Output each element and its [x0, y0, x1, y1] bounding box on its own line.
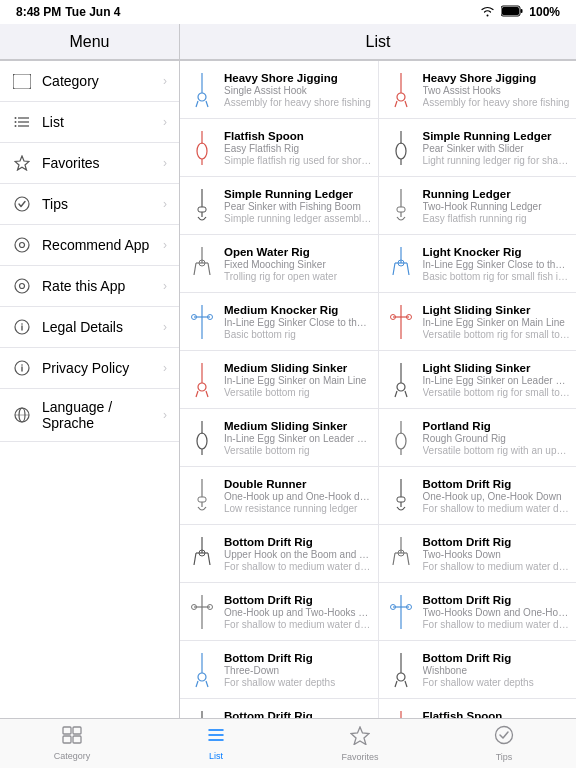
item-subtitle: One-Hook up, One-Hook Down — [423, 491, 571, 502]
sidebar-item-privacy[interactable]: Privacy Policy › — [0, 348, 179, 389]
item-subtitle: Wishbone — [423, 665, 571, 676]
rig-image — [186, 302, 218, 342]
svg-rect-105 — [397, 497, 405, 502]
list-item[interactable]: Simple Running Ledger Pear Sinker with F… — [180, 177, 378, 235]
list-item[interactable]: Flatfish Spoon Easy Flatfish Rig Simple … — [180, 119, 378, 177]
tab-list[interactable]: List — [144, 719, 288, 768]
svg-rect-86 — [397, 207, 405, 212]
wifi-icon — [480, 5, 495, 20]
rig-image — [186, 244, 218, 284]
item-subtitle: Two-Hooks Down and One-Hook up or — [423, 607, 571, 618]
svg-point-26 — [198, 93, 206, 101]
svg-line-65 — [196, 681, 198, 687]
list-item[interactable]: Bottom Drift Rig One-Hook up and Two-Hoo… — [180, 583, 378, 641]
item-subtitle: Pear Sinker with Fishing Boom — [224, 201, 372, 212]
chevron-icon-recommend: › — [163, 238, 167, 252]
svg-point-8 — [15, 121, 17, 123]
svg-line-91 — [407, 263, 409, 275]
sidebar-item-tips[interactable]: Tips › — [0, 184, 179, 225]
item-desc: For shallow water depths — [423, 677, 571, 688]
tips-icon — [12, 194, 32, 214]
list-item[interactable]: Medium Sliding Sinker In-Line Egg Sinker… — [180, 409, 378, 467]
item-title: Medium Sliding Sinker — [224, 362, 372, 374]
list-item[interactable]: Portland Rig Rough Ground Rig Versatile … — [379, 409, 577, 467]
list-item[interactable]: Flatfish Spoon One-Hook Flatfish rig for… — [379, 699, 577, 718]
sidebar-item-category[interactable]: Category › — [0, 61, 179, 102]
sidebar-label-favorites: Favorites — [42, 155, 153, 171]
svg-point-14 — [15, 279, 29, 293]
sidebar-label-category: Category — [42, 73, 153, 89]
list-item[interactable]: Medium Knocker Rig In-Line Egg Sinker Cl… — [180, 293, 378, 351]
list-item[interactable]: Light Knocker Rig In-Line Egg Sinker Clo… — [379, 235, 577, 293]
privacy-icon — [12, 358, 32, 378]
list-item[interactable]: Bottom Drift Rig Wishbone plus One Extra… — [180, 699, 378, 718]
item-subtitle: Upper Hook on the Boom and One-Hoo — [224, 549, 372, 560]
rig-image — [385, 650, 417, 690]
svg-line-109 — [393, 553, 395, 565]
item-subtitle: Two-Hook Running Ledger — [423, 201, 571, 212]
svg-point-139 — [496, 727, 513, 744]
list-item[interactable]: Double Runner One-Hook up and One-Hook d… — [180, 467, 378, 525]
item-desc: For shallow to medium water depths — [423, 619, 571, 630]
sidebar-item-favorites[interactable]: Favorites › — [0, 143, 179, 184]
rig-image — [385, 476, 417, 516]
sidebar-item-rate[interactable]: Rate this App › — [0, 266, 179, 307]
svg-line-57 — [208, 553, 210, 565]
list-item[interactable]: Running Ledger Two-Hook Running Ledger E… — [379, 177, 577, 235]
item-desc: Easy flatfish running rig — [423, 213, 571, 224]
chevron-icon-language: › — [163, 408, 167, 422]
svg-point-30 — [197, 143, 207, 159]
sidebar-label-legal: Legal Details — [42, 319, 153, 335]
list-item[interactable]: Bottom Drift Rig Two-Hooks Down For shal… — [379, 525, 577, 583]
svg-point-79 — [397, 93, 405, 101]
list-item[interactable]: Simple Running Ledger Pear Sinker with S… — [379, 119, 577, 177]
list-item[interactable]: Light Sliding Sinker In-Line Egg Sinker … — [379, 293, 577, 351]
sidebar-item-recommend[interactable]: Recommend App › — [0, 225, 179, 266]
list-item[interactable]: Bottom Drift Rig Upper Hook on the Boom … — [180, 525, 378, 583]
sidebar-item-legal[interactable]: Legal Details › — [0, 307, 179, 348]
tab-tips[interactable]: Tips — [432, 719, 576, 768]
list-item[interactable]: Heavy Shore Jigging Single Assist Hook A… — [180, 61, 378, 119]
item-subtitle: Pear Sinker with Slider — [423, 143, 571, 154]
svg-rect-33 — [198, 207, 206, 212]
item-subtitle: Single Assist Hook — [224, 85, 372, 96]
svg-line-99 — [395, 391, 397, 397]
sidebar-item-language[interactable]: Language / Sprache › — [0, 389, 179, 442]
tab-favorites[interactable]: Favorites — [288, 719, 432, 768]
item-subtitle: In-Line Egg Sinker on Leader Line — [423, 375, 571, 386]
tips-tab-icon — [494, 725, 514, 750]
item-subtitle: In-Line Egg Sinker on Leader Line — [224, 433, 372, 444]
svg-line-81 — [405, 101, 407, 107]
tab-category[interactable]: Category — [0, 719, 144, 768]
item-title: Double Runner — [224, 478, 372, 490]
battery-percent: 100% — [529, 5, 560, 19]
list-item[interactable]: Light Sliding Sinker In-Line Egg Sinker … — [379, 351, 577, 409]
item-title: Flatfish Spoon — [423, 710, 571, 719]
svg-line-118 — [395, 681, 397, 687]
item-subtitle: Easy Flatfish Rig — [224, 143, 372, 154]
item-title: Flatfish Spoon — [224, 130, 372, 142]
item-desc: Versatile bottom rig — [224, 387, 372, 398]
svg-point-117 — [397, 673, 405, 681]
rig-image — [385, 360, 417, 400]
sidebar-item-list[interactable]: List › — [0, 102, 179, 143]
list-item[interactable]: Open Water Rig Fixed Mooching Sinker Tro… — [180, 235, 378, 293]
item-subtitle: Three-Down — [224, 665, 372, 676]
svg-point-18 — [21, 323, 23, 325]
item-desc: Versatile bottom rig — [224, 445, 372, 456]
item-desc: Basic bottom rig — [224, 329, 372, 340]
list-item[interactable]: Bottom Drift Rig Two-Hooks Down and One-… — [379, 583, 577, 641]
sidebar-menu-list: Category › List › Favorites › Tips › Rec… — [0, 61, 179, 718]
rig-image — [186, 186, 218, 226]
list-item[interactable]: Medium Sliding Sinker In-Line Egg Sinker… — [180, 351, 378, 409]
rig-image — [186, 360, 218, 400]
chevron-icon-list: › — [163, 115, 167, 129]
list-tab-icon — [206, 726, 226, 749]
list-item[interactable]: Heavy Shore Jigging Two Assist Hooks Ass… — [379, 61, 577, 119]
item-title: Light Sliding Sinker — [423, 304, 571, 316]
item-desc: Simple running ledger assembly for ... — [224, 213, 372, 224]
svg-point-7 — [15, 117, 17, 119]
list-item[interactable]: Bottom Drift Rig Three-Down For shallow … — [180, 641, 378, 699]
list-item[interactable]: Bottom Drift Rig Wishbone For shallow wa… — [379, 641, 577, 699]
list-item[interactable]: Bottom Drift Rig One-Hook up, One-Hook D… — [379, 467, 577, 525]
